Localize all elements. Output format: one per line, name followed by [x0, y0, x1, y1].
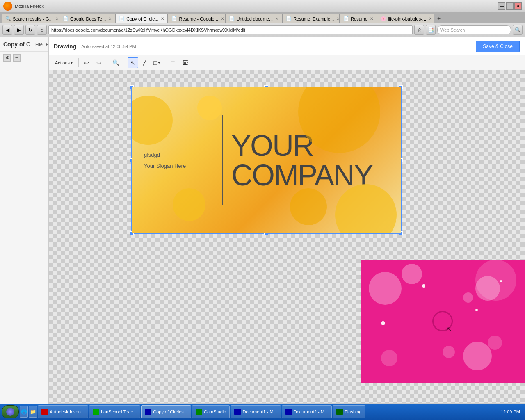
pink-bubble-6	[463, 342, 492, 370]
forward-button[interactable]: ▶	[14, 25, 24, 35]
tab-life-pink[interactable]: 🌸 life-pink-bubbles-... ✕	[377, 14, 434, 23]
image-button[interactable]: 🖼	[179, 57, 191, 68]
tab-untitled[interactable]: 📄 Untitled docume... ✕	[225, 14, 282, 23]
tab-resume[interactable]: 📄 Resume ✕	[340, 14, 377, 23]
actions-button[interactable]: Actions ▾	[52, 57, 76, 68]
card-slogan: Your Slogan Here	[144, 163, 214, 169]
bookmark-button[interactable]: 📑	[426, 25, 436, 35]
taskbar-doc1[interactable]: Document1 - M...	[231, 405, 281, 418]
tab-copy-of-circle[interactable]: 📄 Copy of Circle... ✕	[115, 14, 168, 23]
tab-close-icon[interactable]: ✕	[55, 16, 59, 21]
bubble-5	[290, 188, 327, 225]
tab-icon: 🌸	[381, 16, 386, 21]
file-menu[interactable]: File	[35, 42, 43, 47]
drawing-header: Drawing Auto-saved at 12:08:59 PM Save &…	[49, 37, 525, 55]
taskbar-flashing[interactable]: Flashing	[333, 405, 365, 418]
tab-label: Search results - G...	[13, 16, 53, 21]
quicklaunch-ie[interactable]: 🌐	[20, 406, 28, 418]
tab-search-results[interactable]: 🔍 Search results - G... ✕	[2, 14, 59, 23]
taskbar-flashing-label: Flashing	[345, 409, 362, 414]
save-close-button[interactable]: Save & Close	[476, 41, 520, 52]
sparkle-2	[475, 309, 478, 311]
firefox-logo	[3, 2, 12, 11]
tab-close-icon[interactable]: ✕	[275, 16, 278, 21]
tab-resume-example[interactable]: 📄 Resume_Example... ✕	[282, 14, 340, 23]
url-input[interactable]: https://docs.google.com/document/d/1ZzSw…	[48, 25, 413, 34]
taskbar-autodesk[interactable]: Autodesk Inven...	[38, 405, 88, 418]
taskbar-circles[interactable]: Copy of Circles _	[141, 405, 191, 418]
circles-icon	[145, 409, 151, 415]
quicklaunch-folder[interactable]: 📁	[29, 406, 37, 418]
taskbar-lanschool-label: LanSchool Teac...	[101, 409, 137, 414]
separator-1	[78, 58, 79, 67]
select-icon: ↖	[130, 59, 135, 66]
start-button[interactable]	[2, 405, 19, 418]
home-button[interactable]: ⌂	[37, 25, 47, 35]
taskbar-camstudio[interactable]: CamStudio	[192, 405, 230, 418]
tab-icon: 📄	[63, 16, 68, 21]
tab-close-icon[interactable]: ✕	[336, 16, 340, 21]
pink-bubble-8	[463, 292, 473, 303]
print-icon[interactable]: 🖨	[3, 54, 11, 62]
tab-close-icon[interactable]: ✕	[221, 16, 224, 21]
drawing-toolbar: Actions ▾ ↩ ↪ 🔍 ↖ ╱ □ ▾	[49, 55, 525, 70]
tab-label: Resume_Example...	[293, 16, 334, 21]
tab-icon: 📄	[343, 16, 349, 21]
minimize-button[interactable]: —	[498, 2, 505, 10]
pink-bubble-2	[402, 264, 422, 284]
tab-resume-google[interactable]: 📄 Resume - Google... ✕	[168, 14, 225, 23]
tab-close-icon[interactable]: ✕	[161, 16, 164, 21]
pink-bubble-4	[475, 260, 516, 301]
line-button[interactable]: ╱	[140, 57, 149, 68]
zoom-button[interactable]: 🔍	[110, 57, 122, 68]
tab-label: life-pink-bubbles-...	[388, 16, 426, 21]
tab-close-icon[interactable]: ✕	[370, 16, 373, 21]
shape-icon: □	[153, 59, 157, 66]
maximize-button[interactable]: □	[506, 2, 514, 10]
undo-doc-icon[interactable]: ↩	[13, 54, 21, 62]
taskbar-doc1-label: Document1 - M...	[242, 409, 277, 414]
pink-bubble-9	[488, 336, 502, 350]
redo-button[interactable]: ↪	[94, 57, 104, 68]
taskbar-circles-label: Copy of Circles _	[153, 409, 187, 414]
actions-label: Actions	[55, 60, 70, 65]
doc-title: Copy of C	[3, 41, 30, 48]
tab-icon: 📄	[119, 16, 125, 21]
undo-button[interactable]: ↩	[81, 57, 92, 68]
window-controls[interactable]: — □ ✕	[498, 2, 522, 10]
back-button[interactable]: ◀	[2, 25, 12, 35]
search-input[interactable]: Web Search	[437, 25, 511, 34]
new-tab-button[interactable]: +	[434, 14, 443, 23]
close-button[interactable]: ✕	[514, 2, 522, 10]
page-area: Copy of C File Edit Share R 🖨 ↩ Drawing …	[0, 37, 525, 404]
select-button[interactable]: ↖	[128, 57, 138, 68]
browser-title: Mozilla Firefox	[15, 4, 44, 9]
tab-close-icon[interactable]: ✕	[429, 16, 432, 21]
taskbar-autodesk-label: Autodesk Inven...	[50, 409, 84, 414]
browser-titlebar: Mozilla Firefox — □ ✕	[0, 0, 525, 12]
pink-bubbles-image: ↖	[361, 260, 525, 383]
search-button[interactable]: 🔍	[513, 25, 523, 35]
tab-close-icon[interactable]: ✕	[108, 16, 112, 21]
shape-button[interactable]: □ ▾	[151, 57, 163, 68]
reload-button[interactable]: ↻	[25, 25, 35, 35]
selected-element[interactable]: gfsdgd Your Slogan Here YOUR COMPANY	[131, 87, 402, 234]
bubble-1	[132, 96, 173, 145]
tab-icon: 🔍	[5, 16, 11, 21]
taskbar-doc2-label: Document2 - M...	[294, 409, 328, 414]
tab-icon: 📄	[229, 16, 235, 21]
separator-2	[107, 58, 107, 67]
text-button[interactable]: T	[169, 57, 178, 68]
autodesk-icon	[41, 409, 48, 415]
drawing-title: Drawing	[54, 43, 76, 50]
star-button[interactable]: ☆	[414, 25, 424, 35]
taskbar-doc2[interactable]: Document2 - M...	[282, 405, 332, 418]
pink-bubble-7	[443, 346, 455, 358]
clock-time: 12:09 PM	[501, 409, 520, 414]
canvas-area[interactable]: gfsdgd Your Slogan Here YOUR COMPANY	[49, 70, 525, 403]
separator-3	[125, 58, 125, 67]
lanschool-icon	[93, 409, 99, 415]
taskbar-lanschool[interactable]: LanSchool Teac...	[89, 405, 140, 418]
tab-google-docs[interactable]: 📄 Google Docs Te... ✕	[59, 14, 115, 23]
address-bar: ◀ ▶ ↻ ⌂ https://docs.google.com/document…	[0, 23, 525, 37]
